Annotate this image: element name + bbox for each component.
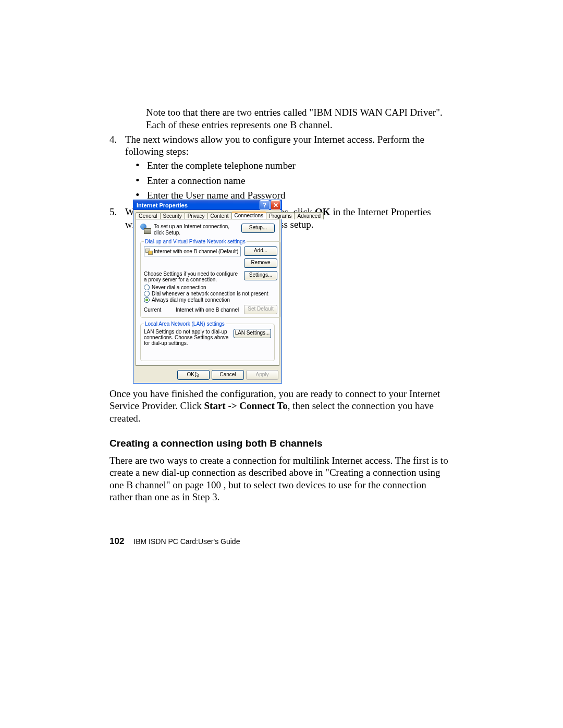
footer-title: IBM ISDN PC Card:User's Guide: [133, 537, 240, 546]
lan-fieldset: Local Area Network (LAN) settings LAN Se…: [140, 321, 275, 361]
setup-button[interactable]: Setup...: [241, 224, 275, 233]
step5-number: 5.: [109, 206, 125, 231]
lan-legend: Local Area Network (LAN) settings: [144, 321, 226, 327]
dialup-fieldset: Dial-up and Virtual Private Network sett…: [140, 239, 281, 318]
dialup-legend: Dial-up and Virtual Private Network sett…: [144, 239, 247, 244]
proxy-text: Choose Settings if you need to configure…: [144, 271, 241, 282]
bullet-1: Enter the complete telephone number: [147, 159, 296, 175]
tab-content[interactable]: Content: [207, 212, 232, 219]
tab-connections[interactable]: Connections: [231, 212, 267, 219]
bullet-2: Enter a connection name: [147, 175, 245, 190]
current-label: Current: [144, 307, 173, 313]
tab-programs[interactable]: Programs: [266, 212, 295, 219]
close-icon[interactable]: ✕: [271, 200, 280, 210]
after-p1: Once you have finished the configuration…: [109, 388, 451, 424]
page-number: 102: [109, 536, 124, 546]
lan-settings-button[interactable]: LAN Settings...: [234, 329, 271, 338]
internet-properties-dialog: Internet Properties ? ✕ General Security…: [133, 200, 282, 384]
tab-security[interactable]: Security: [160, 212, 185, 219]
apply-button[interactable]: Apply: [246, 370, 278, 380]
ok-button[interactable]: OK: [177, 370, 210, 380]
add-button[interactable]: Add...: [244, 246, 277, 256]
set-default-button[interactable]: Set Default: [244, 305, 277, 314]
page-footer: 102 IBM ISDN PC Card:User's Guide: [109, 536, 240, 547]
globe-icon: [140, 224, 151, 234]
bullet: •: [136, 158, 147, 173]
after-p2: There are two ways to create a connectio…: [109, 454, 451, 503]
note-text: Note too that there are two entries call…: [109, 106, 451, 131]
radio-dial-when-no-net[interactable]: Dial whenever a network connection is no…: [144, 291, 277, 297]
radio-always-dial[interactable]: Always dial my default connection: [144, 297, 277, 303]
tab-advanced[interactable]: Advanced: [294, 212, 323, 219]
step4-text: The next windows allow you to configure …: [125, 133, 451, 158]
step4-number: 4.: [109, 133, 125, 158]
lan-text: LAN Settings do not apply to dial-up con…: [144, 329, 230, 346]
setup-text: To set up an Internet connection, click …: [154, 224, 238, 236]
cancel-button[interactable]: Cancel: [212, 370, 244, 380]
tab-general[interactable]: General: [136, 212, 161, 219]
remove-button[interactable]: Remove: [244, 258, 277, 268]
bullet: •: [136, 173, 147, 188]
cursor-icon: [195, 372, 200, 378]
section-heading: Creating a connection using both B chann…: [109, 438, 451, 449]
current-value: Internet with one B channel: [176, 307, 241, 313]
tab-privacy[interactable]: Privacy: [185, 212, 208, 219]
dialog-title: Internet Properties: [137, 202, 188, 208]
radio-never-dial[interactable]: Never dial a connection: [144, 285, 277, 290]
settings-button[interactable]: Settings...: [244, 271, 277, 280]
connection-list-item: Internet with one B channel (Default): [154, 249, 238, 254]
help-icon[interactable]: ?: [260, 200, 270, 210]
connection-icon: [145, 249, 152, 254]
tabstrip: General Security Privacy Content Connect…: [133, 210, 282, 219]
titlebar[interactable]: Internet Properties ? ✕: [133, 200, 282, 210]
connections-listbox[interactable]: Internet with one B channel (Default): [144, 246, 241, 256]
